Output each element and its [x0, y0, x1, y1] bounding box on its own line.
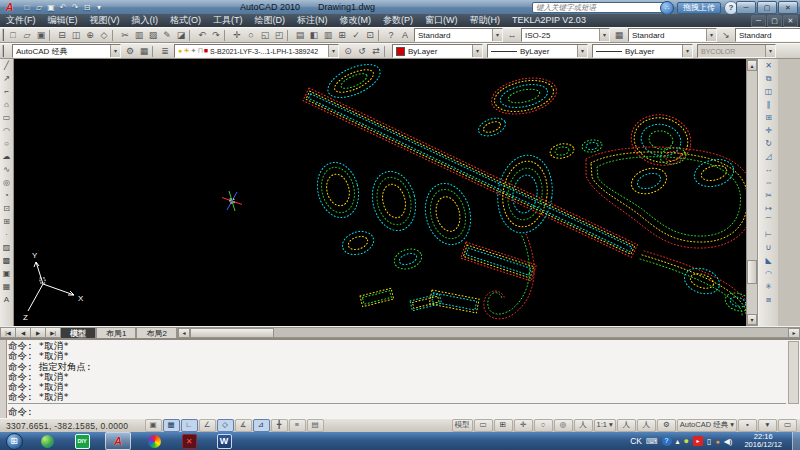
command-scrollbar[interactable] [788, 341, 799, 404]
layer-freeze-icon[interactable]: ☀ [183, 45, 189, 57]
tab-model[interactable]: 模型 [60, 327, 96, 338]
clean-screen-icon[interactable]: ▭ [778, 419, 797, 432]
chevron-down-icon[interactable]: ▾ [110, 45, 120, 57]
scroll-up-icon[interactable]: ▴ [747, 60, 757, 71]
dim-style-combo[interactable]: ISO-25 ▾ [521, 28, 610, 42]
join-icon[interactable]: ∪ [760, 241, 778, 254]
cut-icon[interactable]: ✂ [118, 29, 132, 42]
make-block-icon[interactable]: ⊞ [0, 215, 13, 228]
help-icon[interactable]: ? [384, 29, 398, 42]
horizontal-scrollbar[interactable]: ◂ ▸ [177, 327, 800, 338]
menu-item[interactable]: 标注(N) [291, 14, 334, 27]
zoom-status-icon[interactable]: ○ [534, 419, 553, 432]
separator[interactable] [189, 30, 194, 41]
lineweight-combo[interactable]: ByLayer ▾ [592, 44, 693, 58]
qat-undo-icon[interactable]: ↶ [57, 3, 69, 12]
circle-icon[interactable]: ○ [0, 137, 13, 150]
toolbar-lock-icon[interactable]: ▪ [738, 419, 757, 432]
ime-indicator[interactable]: CK [630, 436, 642, 446]
markup-icon[interactable]: ✓ [349, 29, 363, 42]
taskbar-clock[interactable]: 22:16 2016/12/12 [744, 433, 782, 449]
scroll-down-icon[interactable]: ▾ [747, 314, 757, 325]
menu-item[interactable]: 绘图(D) [249, 14, 292, 27]
block-editor-icon[interactable]: ◪ [174, 29, 188, 42]
separator[interactable] [224, 30, 229, 41]
alert-tray-icon[interactable]: ● [715, 438, 719, 445]
show-desktop-button[interactable] [792, 432, 800, 450]
trim-icon[interactable]: ✂ [760, 189, 778, 202]
ellipse-icon[interactable]: ◎ [0, 176, 13, 189]
toolbar-grip[interactable] [2, 45, 8, 57]
command-prompt[interactable]: 命令: [8, 406, 33, 417]
ducs-toggle[interactable]: ⊿ [253, 419, 270, 432]
layer-vp-freeze-icon[interactable]: ✦ [191, 45, 197, 57]
annotation-autoscale-icon[interactable]: 人 [637, 419, 656, 432]
zoom-window-icon[interactable]: ◱ [258, 29, 272, 42]
line-icon[interactable]: ╱ [0, 59, 13, 72]
ellipse-arc-icon[interactable]: ◔ [0, 189, 13, 202]
vertical-scrollbar[interactable]: ▴ ▾ [746, 59, 758, 326]
lengthen-icon[interactable]: ⇔ [760, 176, 778, 189]
plot-icon[interactable]: ⊟ [55, 29, 69, 42]
match-properties-icon[interactable]: ✎ [160, 29, 174, 42]
separator[interactable] [378, 30, 383, 41]
menu-item[interactable]: TEKLA2PIP V2.03 [506, 14, 592, 27]
chevron-down-icon[interactable]: ▾ [682, 45, 692, 57]
rectangle-icon[interactable]: ▭ [0, 111, 13, 124]
menu-item[interactable]: 文件(F) [0, 14, 42, 27]
qat-new-icon[interactable]: □ [21, 3, 33, 12]
open-icon[interactable]: ▱ [20, 29, 34, 42]
redo-icon[interactable]: ↷ [209, 29, 223, 42]
save-icon[interactable]: ▣ [34, 29, 48, 42]
layer-previous-icon[interactable]: ↺ [355, 45, 369, 58]
polar-toggle[interactable]: ∠ [199, 419, 216, 432]
command-window-grip[interactable] [0, 340, 7, 420]
save-workspace-icon[interactable]: ▦ [137, 45, 151, 58]
qat-save-icon[interactable]: ▣ [45, 3, 57, 12]
move-icon[interactable]: ✛ [760, 124, 778, 137]
undo-icon[interactable]: ↶ [195, 29, 209, 42]
chevron-down-icon[interactable]: ▾ [328, 45, 338, 57]
copy-object-icon[interactable]: ⧉ [760, 72, 778, 85]
grid-toggle[interactable]: ▦ [163, 419, 180, 432]
model-space-button[interactable]: 模型 [452, 419, 473, 432]
first-tab-button[interactable]: |◀ [0, 327, 15, 338]
menu-item[interactable]: 编辑(E) [42, 14, 84, 27]
separator[interactable] [49, 30, 54, 41]
new-icon[interactable]: □ [6, 29, 20, 42]
scroll-right-icon[interactable]: ▸ [788, 328, 800, 338]
layer-color-swatch[interactable]: ■ [204, 45, 208, 57]
qat-plot-icon[interactable]: ⊟ [81, 3, 93, 12]
chevron-down-icon[interactable]: ▾ [492, 29, 502, 41]
qat-open-icon[interactable]: ▱ [33, 3, 45, 12]
dim-style-icon[interactable]: ↔ [505, 29, 519, 42]
otrack-toggle[interactable]: ∡ [235, 419, 252, 432]
quick-view-layouts-icon[interactable]: ▭ [474, 419, 493, 432]
coordinate-readout[interactable]: 3307.6651, -382.1585, 0.0000 [6, 421, 144, 431]
quickcalc-icon[interactable]: ⊡ [363, 29, 377, 42]
workspace-settings-icon[interactable]: ⚙ [123, 45, 137, 58]
steering-wheel-icon[interactable]: ◎ [554, 419, 573, 432]
prev-tab-button[interactable]: ◀ [15, 327, 30, 338]
app-media-pinwheel[interactable] [142, 433, 166, 449]
designcenter-icon[interactable]: ◧ [307, 29, 321, 42]
osnap-toggle[interactable]: ◇ [217, 419, 234, 432]
separator[interactable] [287, 30, 292, 41]
horizontal-scroll-thumb[interactable] [190, 328, 274, 338]
break-icon[interactable]: ⊢ [760, 228, 778, 241]
stretch-icon[interactable]: ↔ [760, 163, 778, 176]
chevron-down-icon[interactable]: ▾ [706, 29, 716, 41]
annotation-scale-value[interactable]: 1:1 ▾ [594, 419, 616, 432]
app-word[interactable]: W [212, 433, 236, 449]
layer-on-icon[interactable]: ● [178, 45, 182, 57]
tab-layout2[interactable]: 布局2 [136, 327, 176, 338]
annotation-visibility-icon[interactable]: 人 [617, 419, 636, 432]
mirror-icon[interactable]: ◫ [760, 85, 778, 98]
drag-upload-button[interactable]: 拖拽上传 [677, 2, 721, 14]
lwt-toggle[interactable]: ≡ [289, 419, 306, 432]
command-window[interactable]: 命令: *取消*命令: *取消*命令: 指定对角点:命令: *取消*命令: *取… [0, 338, 800, 418]
gradient-icon[interactable]: ▩ [0, 254, 13, 267]
hatch-icon[interactable]: ▨ [0, 241, 13, 254]
qat-menu-arrow-icon[interactable]: ▾ [93, 3, 105, 12]
color-combo[interactable]: ByLayer ▾ [392, 44, 483, 58]
